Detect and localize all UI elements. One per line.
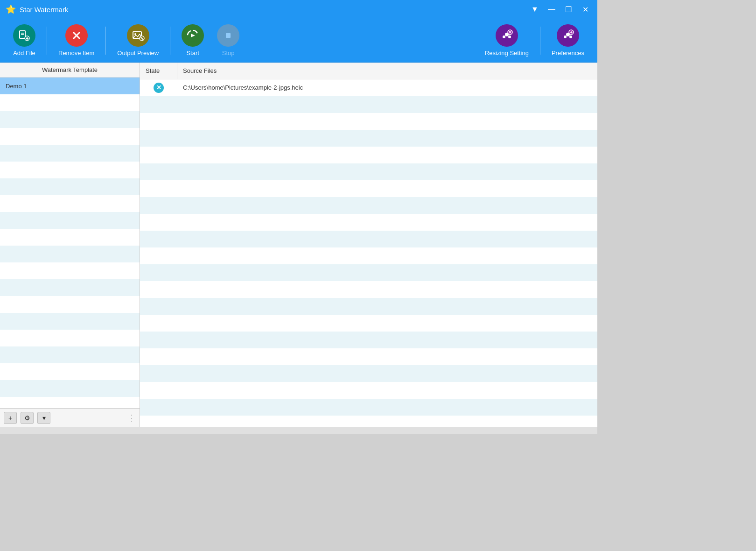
- output-preview-label: Output Preview: [117, 49, 159, 57]
- empty-row: [0, 195, 140, 212]
- empty-row: [0, 212, 140, 229]
- empty-row: [0, 380, 140, 397]
- app-title: Star Watermark: [20, 6, 68, 14]
- empty-row: [140, 298, 597, 315]
- empty-row: [0, 178, 140, 195]
- empty-row: [140, 281, 597, 298]
- empty-row: [0, 128, 140, 145]
- empty-row: [140, 247, 597, 264]
- title-bar: ⭐ Star Watermark ▼ — ❐ ✕: [0, 0, 597, 19]
- empty-row: [0, 162, 140, 178]
- empty-row: [0, 397, 140, 408]
- empty-row: [140, 416, 597, 427]
- resizing-icon: [496, 24, 518, 47]
- svg-point-23: [569, 35, 572, 38]
- empty-row: [140, 365, 597, 382]
- add-file-icon: [13, 24, 35, 47]
- sep-4: [540, 27, 540, 55]
- template-row[interactable]: Demo 1: [0, 78, 140, 94]
- empty-row: [0, 145, 140, 162]
- empty-row: [140, 348, 597, 365]
- empty-row: [140, 147, 597, 163]
- empty-row: [140, 264, 597, 281]
- empty-row: [0, 94, 140, 111]
- status-bar: [0, 427, 597, 434]
- empty-row: [140, 130, 597, 147]
- empty-row: [0, 330, 140, 346]
- file-path: C:\Users\home\Pictures\example-2-jpgs.he…: [177, 84, 597, 91]
- empty-row: [140, 231, 597, 247]
- empty-row: [140, 163, 597, 180]
- file-list: ✕ C:\Users\home\Pictures\example-2-jpgs.…: [140, 79, 597, 427]
- stop-label: Stop: [222, 49, 235, 57]
- right-panel: State Source Files ✕ C:\Users\home\Pictu…: [140, 63, 597, 427]
- app-title-area: ⭐ Star Watermark: [6, 4, 68, 14]
- template-list: Demo 1: [0, 78, 140, 408]
- status-error-icon: ✕: [154, 83, 164, 93]
- output-preview-icon: [127, 24, 149, 47]
- source-column-header: Source Files: [177, 67, 597, 74]
- empty-row: [140, 96, 597, 113]
- stop-icon: [217, 24, 239, 47]
- sep-1: [47, 27, 47, 55]
- template-settings-button[interactable]: ⚙: [21, 412, 34, 424]
- remove-item-icon: [65, 24, 88, 47]
- file-table-header: State Source Files: [140, 63, 597, 79]
- resizing-setting-button[interactable]: Resizing Setting: [479, 22, 534, 58]
- close-btn[interactable]: ✕: [579, 3, 592, 16]
- empty-row: [140, 113, 597, 130]
- resizing-setting-label: Resizing Setting: [485, 49, 529, 57]
- preferences-label: Preferences: [552, 49, 584, 57]
- empty-row: [0, 279, 140, 296]
- start-label: Start: [186, 49, 199, 57]
- empty-row: [0, 246, 140, 262]
- left-panel-footer: + ⚙ ▾ ⋮: [0, 408, 140, 427]
- main-content: Watermark Template Demo 1: [0, 63, 597, 427]
- empty-row: [140, 180, 597, 197]
- file-status: ✕: [140, 83, 177, 93]
- svg-point-17: [508, 35, 511, 38]
- template-list-header: Watermark Template: [0, 63, 140, 78]
- svg-point-16: [503, 35, 505, 38]
- add-file-button[interactable]: Add File: [7, 22, 41, 58]
- empty-row: [140, 197, 597, 214]
- app-icon: ⭐: [6, 4, 16, 14]
- remove-item-label: Remove Item: [58, 49, 94, 57]
- empty-row: [0, 262, 140, 279]
- empty-row: [0, 363, 140, 380]
- maximize-btn[interactable]: ❐: [562, 3, 575, 16]
- template-name: Demo 1: [6, 83, 27, 90]
- empty-row: [0, 296, 140, 313]
- empty-row: [140, 399, 597, 416]
- resize-handle: ⋮: [127, 413, 136, 423]
- toolbar: Add File Remove Item Output Preview: [0, 19, 597, 63]
- empty-row: [140, 382, 597, 399]
- empty-row: [140, 214, 597, 231]
- empty-row: [0, 346, 140, 363]
- minimize-btn[interactable]: —: [545, 3, 558, 16]
- sep-3: [170, 27, 170, 55]
- output-preview-button[interactable]: Output Preview: [112, 22, 164, 58]
- state-column-header: State: [140, 63, 177, 79]
- empty-row: [140, 332, 597, 348]
- stop-button[interactable]: Stop: [211, 22, 245, 58]
- start-icon: [182, 24, 204, 47]
- add-template-button[interactable]: +: [4, 412, 17, 424]
- preferences-button[interactable]: Preferences: [546, 22, 590, 58]
- template-dropdown-button[interactable]: ▾: [37, 412, 50, 424]
- left-panel: Watermark Template Demo 1: [0, 63, 140, 427]
- window-controls: ▼ — ❐ ✕: [528, 3, 592, 16]
- empty-row: [0, 229, 140, 246]
- preferences-icon: [557, 24, 579, 47]
- file-row[interactable]: ✕ C:\Users\home\Pictures\example-2-jpgs.…: [140, 79, 597, 96]
- svg-point-22: [564, 35, 567, 38]
- dropdown-btn[interactable]: ▼: [528, 3, 541, 16]
- empty-row: [0, 313, 140, 330]
- empty-row: [0, 111, 140, 128]
- remove-item-button[interactable]: Remove Item: [53, 22, 100, 58]
- start-button[interactable]: Start: [176, 22, 210, 58]
- add-file-label: Add File: [13, 49, 35, 57]
- sep-2: [105, 27, 106, 55]
- empty-row: [140, 315, 597, 332]
- svg-rect-14: [226, 33, 231, 38]
